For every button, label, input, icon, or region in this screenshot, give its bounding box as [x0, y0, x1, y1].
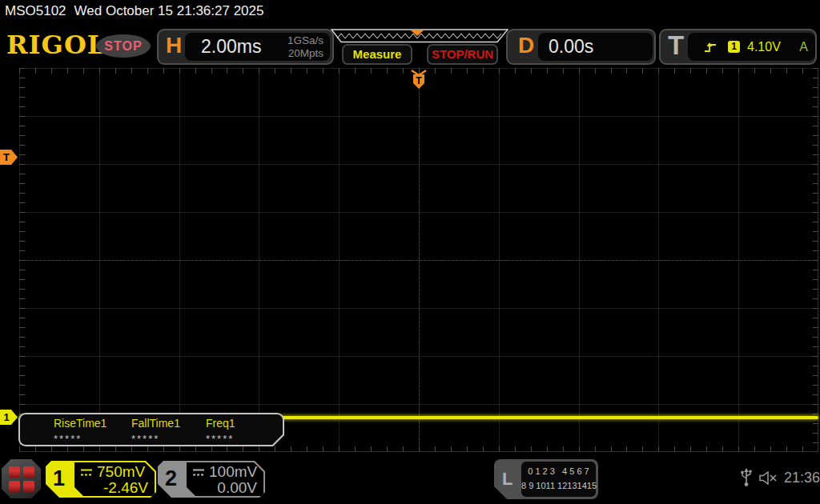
- dc-coupling-icon: [192, 468, 205, 477]
- trigger-label: T: [668, 30, 684, 61]
- measurement-name: RiseTime1: [54, 417, 107, 430]
- measurement-value: *****: [131, 433, 180, 445]
- run-state-badge: STOP: [96, 34, 151, 58]
- dc-coupling-icon: [80, 468, 93, 477]
- measurement-popup[interactable]: RiseTime1 ***** FallTime1 ***** Freq1 **…: [18, 413, 284, 446]
- delay-inner: 0.00s: [538, 33, 653, 61]
- model-name: MSO5102: [5, 3, 66, 18]
- channel1-inner: 750mV -2.46V: [74, 462, 155, 496]
- logic-channels-block[interactable]: L 0 1 2 3 4 5 6 7 8 9 1011 12131415: [494, 459, 598, 499]
- graticule: [19, 68, 818, 457]
- measurement-value: *****: [54, 433, 107, 445]
- trigger-level-marker[interactable]: T: [0, 150, 18, 165]
- memory-depth: 20Mpts: [287, 47, 324, 59]
- memory-waveform-bar[interactable]: [330, 29, 509, 43]
- channel1-scale: 750mV: [97, 463, 145, 481]
- delay-label: D: [518, 33, 534, 58]
- measurement-name: FallTime1: [131, 417, 180, 430]
- horizontal-block[interactable]: H 2.00ms 1GSa/s 20Mpts: [157, 29, 334, 65]
- trigger-position-marker-label: T: [416, 75, 422, 86]
- rising-edge-icon: [703, 42, 718, 53]
- usb-icon: [740, 467, 753, 488]
- delay-block[interactable]: D 0.00s: [506, 29, 656, 65]
- speaker-muted-icon: [759, 471, 780, 485]
- logic-channels-row1: 0 1 2 3 4 5 6 7: [521, 466, 596, 476]
- horizontal-inner: 2.00ms 1GSa/s 20Mpts: [185, 33, 330, 61]
- channel2-inner: 100mV 0.00V: [187, 462, 263, 496]
- measurement-item: RiseTime1 *****: [54, 417, 107, 445]
- trigger-inner: 1 4.10V A: [688, 33, 815, 61]
- logic-inner: 0 1 2 3 4 5 6 7 8 9 1011 12131415: [521, 462, 596, 497]
- channel1-marker-label: 1: [3, 411, 9, 423]
- trigger-position-marker[interactable]: T: [409, 69, 428, 90]
- channel1-offset: -2.46V: [103, 479, 148, 497]
- channel2-scale: 100mV: [209, 463, 257, 481]
- clock-text: 21:36: [784, 470, 820, 486]
- trigger-level-marker-label: T: [3, 151, 10, 163]
- trigger-block[interactable]: T 1 4.10V A: [659, 29, 817, 65]
- menu-grid-icon: [9, 466, 34, 492]
- main-menu-button[interactable]: [2, 459, 41, 498]
- channel1-status-block[interactable]: 1 750mV -2.46V: [46, 461, 156, 498]
- trigger-mode: A: [799, 40, 808, 54]
- measurement-item: FallTime1 *****: [131, 417, 180, 445]
- stoprun-button[interactable]: STOP/RUN: [427, 44, 498, 65]
- left-tick-marks: [19, 68, 25, 452]
- measurement-item: Freq1 *****: [206, 417, 235, 445]
- bottom-tick-marks: [19, 446, 818, 452]
- trigger-source-badge: 1: [728, 41, 740, 53]
- channel2-status-block[interactable]: 2 100mV 0.00V: [158, 461, 265, 498]
- measurement-name: Freq1: [206, 417, 235, 430]
- right-tick-marks: [813, 68, 818, 452]
- channel2-offset: 0.00V: [217, 479, 257, 497]
- measure-button[interactable]: Measure: [342, 44, 412, 65]
- horizontal-label: H: [166, 33, 182, 58]
- channel1-number: 1: [53, 466, 65, 491]
- sample-rate: 1GSa/s: [287, 34, 324, 46]
- logic-channels-row2: 8 9 1011 12131415: [521, 481, 596, 490]
- sample-info: 1GSa/s 20Mpts: [287, 34, 324, 58]
- center-horizontal-line: [19, 260, 818, 261]
- channel1-position-marker[interactable]: 1: [0, 410, 18, 425]
- timebase-value: 2.00ms: [201, 36, 261, 58]
- measurement-popup-inner: RiseTime1 ***** FallTime1 ***** Freq1 **…: [20, 414, 283, 445]
- rigol-logo: RIGOL: [6, 30, 106, 60]
- titlebar: MSO5102Wed October 15 21:36:27 2025: [5, 3, 263, 22]
- measurement-value: *****: [206, 433, 235, 445]
- oscilloscope-screen: MSO5102Wed October 15 21:36:27 2025 RIGO…: [0, 0, 820, 504]
- logic-label: L: [502, 469, 512, 490]
- trigger-level-value: 4.10V: [747, 40, 781, 54]
- channel2-number: 2: [165, 466, 177, 491]
- datetime-text: Wed October 15 21:36:27 2025: [74, 3, 264, 18]
- delay-value: 0.00s: [549, 36, 593, 58]
